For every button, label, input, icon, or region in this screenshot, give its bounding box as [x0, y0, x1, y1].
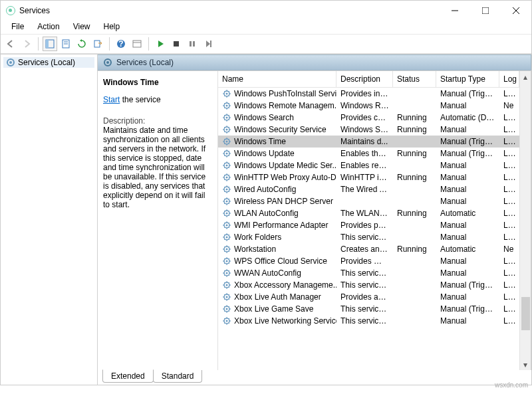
service-row[interactable]: Xbox Accessory Manageme...This service .… [218, 279, 519, 291]
service-desc [336, 196, 393, 207]
gear-icon [222, 316, 231, 326]
service-row[interactable]: Work FoldersThis service ...ManualLoc [218, 231, 519, 243]
col-logon[interactable]: Log [499, 71, 519, 87]
service-name: Xbox Live Game Save [234, 304, 313, 314]
service-startup: Manual (Trigg... [436, 280, 499, 290]
service-row[interactable]: Windows SearchProvides con...RunningAuto… [218, 112, 519, 124]
service-row[interactable]: Windows Remote Managem...Windows Re...Ma… [218, 100, 519, 112]
watermark: wsxdn.com [495, 381, 528, 389]
service-status [393, 220, 436, 231]
forward-button[interactable] [19, 37, 34, 51]
service-logon: Loc [499, 268, 519, 278]
service-desc: This service ... [336, 280, 393, 290]
gear-icon [222, 161, 231, 170]
back-button[interactable] [3, 37, 18, 51]
svg-rect-12 [133, 41, 141, 47]
properties-button[interactable] [59, 37, 73, 51]
service-startup: Manual [436, 196, 499, 207]
svg-point-33 [226, 153, 228, 155]
svg-point-19 [9, 61, 12, 64]
service-row[interactable]: Windows Security ServiceWindows Se...Run… [218, 124, 519, 136]
console-tree[interactable]: Services (Local) [1, 54, 98, 385]
start-service-link[interactable]: Start [103, 95, 120, 104]
tree-item-services-local[interactable]: Services (Local) [3, 57, 94, 68]
menu-view[interactable]: View [66, 21, 97, 34]
service-startup: Manual [436, 220, 499, 231]
scroll-down-icon[interactable]: ▾ [520, 359, 531, 370]
service-status [393, 268, 436, 278]
service-status [393, 232, 436, 243]
service-startup: Manual (Trigg... [436, 148, 499, 159]
tab-standard[interactable]: Standard [153, 370, 203, 383]
refresh-button[interactable] [74, 37, 89, 51]
gear-icon [222, 113, 231, 122]
service-row[interactable]: Wired AutoConfigThe Wired A...ManualLoc [218, 183, 519, 195]
minimize-button[interactable] [440, 1, 470, 21]
service-row[interactable]: WLAN AutoConfigThe WLANS...RunningAutoma… [218, 207, 519, 219]
titlebar[interactable]: Services [1, 1, 531, 21]
all-tasks-button[interactable] [130, 37, 144, 51]
show-hide-tree-button[interactable] [43, 37, 57, 51]
start-service-button[interactable] [153, 37, 168, 51]
service-row[interactable]: WorkstationCreates and ...RunningAutomat… [218, 243, 519, 255]
gear-icon [6, 58, 15, 67]
service-row[interactable]: Windows PushToInstall Servi...Provides i… [218, 88, 519, 100]
menu-help[interactable]: Help [97, 21, 127, 34]
service-desc: Provides per... [336, 220, 393, 231]
svg-rect-5 [46, 40, 49, 48]
description-label: Description: [103, 116, 212, 126]
service-row[interactable]: Xbox Live Auth ManagerProvides aut...Man… [218, 291, 519, 303]
tab-extended[interactable]: Extended [102, 369, 154, 383]
service-row[interactable]: Xbox Live Networking ServiceThis service… [218, 315, 519, 327]
service-desc: Provides con... [336, 112, 393, 123]
menu-file[interactable]: File [5, 21, 31, 34]
col-startup[interactable]: Startup Type [436, 71, 499, 87]
service-row[interactable]: WWAN AutoConfigThis service ...ManualLoc [218, 267, 519, 279]
pause-service-button[interactable] [185, 37, 200, 51]
service-row[interactable]: WinHTTP Web Proxy Auto-D...WinHTTP im...… [218, 171, 519, 183]
gear-icon [222, 245, 231, 254]
service-row[interactable]: Xbox Live Game SaveThis service ...Manua… [218, 303, 519, 315]
restart-service-button[interactable] [201, 37, 215, 51]
menu-action[interactable]: Action [31, 21, 66, 34]
stop-service-button[interactable] [169, 37, 184, 51]
service-row[interactable]: WPS Office Cloud ServiceProvides WP...Ma… [218, 255, 519, 267]
service-logon: Loc [499, 220, 519, 231]
service-desc: This service ... [336, 304, 393, 314]
service-name: Windows Security Service [234, 125, 327, 134]
service-logon: Loc [499, 136, 519, 147]
service-logon: Loc [499, 160, 519, 171]
help-button[interactable]: ? [114, 37, 128, 51]
svg-rect-14 [174, 41, 179, 47]
service-row[interactable]: WMI Performance AdapterProvides per...Ma… [218, 219, 519, 231]
scroll-thumb[interactable] [521, 297, 530, 330]
export-button[interactable] [90, 37, 105, 51]
svg-rect-1 [482, 7, 489, 14]
grid-header[interactable]: Name Description Status Startup Type Log [218, 71, 519, 88]
services-grid[interactable]: Name Description Status Startup Type Log… [217, 71, 519, 370]
service-status [393, 88, 436, 99]
service-startup: Manual [436, 256, 499, 266]
service-name: Wired AutoConfig [234, 185, 296, 194]
gear-icon [222, 185, 231, 194]
gear-icon [222, 280, 231, 290]
col-description[interactable]: Description [336, 71, 393, 87]
svg-point-21 [106, 61, 109, 64]
close-button[interactable] [501, 1, 531, 21]
service-logon: Loc [499, 184, 519, 195]
col-status[interactable]: Status [393, 71, 436, 87]
service-name: Workstation [234, 245, 276, 254]
menubar: File Action View Help [1, 21, 531, 34]
maximize-button[interactable] [470, 1, 501, 21]
service-row[interactable]: Windows UpdateEnables the ...RunningManu… [218, 148, 519, 159]
col-name[interactable]: Name [218, 71, 336, 87]
service-row[interactable]: Wireless PAN DHCP ServerManualLoc [218, 195, 519, 207]
vertical-scrollbar[interactable]: ▴ ▾ [519, 71, 531, 370]
service-startup: Manual [436, 184, 499, 195]
scroll-up-icon[interactable]: ▴ [520, 71, 531, 82]
service-status [393, 280, 436, 290]
service-row[interactable]: Windows Update Medic Ser...Enables rem..… [218, 159, 519, 171]
service-startup: Manual (Trigg... [436, 304, 499, 314]
service-startup: Manual (Trigg... [436, 88, 499, 99]
service-row[interactable]: Windows TimeMaintains d...Manual (Trigg.… [218, 136, 519, 148]
